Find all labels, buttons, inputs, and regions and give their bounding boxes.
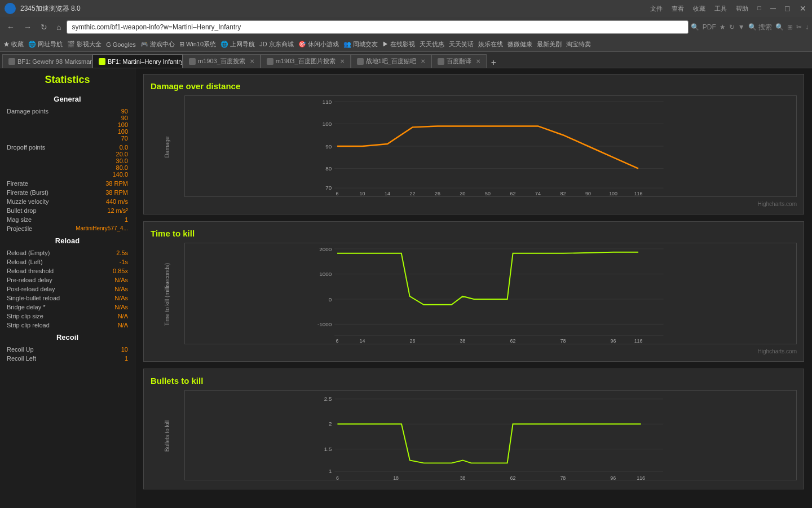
tab-close-translate[interactable]: ✕	[476, 58, 480, 64]
btk-chart-svg: 2.5 2 1.5 1 6 18 38 62 78 96 116	[184, 390, 797, 480]
svg-text:1.5: 1.5	[324, 446, 332, 452]
scissors-icon[interactable]: ✂	[796, 23, 802, 31]
minimize-button[interactable]: ─	[770, 5, 778, 12]
bookmark-beauty[interactable]: 最新美剧	[537, 40, 562, 49]
reload-section-header: Reload	[0, 233, 135, 248]
tab-close-m1903-img[interactable]: ✕	[340, 58, 345, 64]
svg-text:78: 78	[560, 475, 566, 480]
svg-text:80: 80	[325, 166, 332, 172]
pre-reload-label: Pre-reload delay	[7, 277, 114, 283]
stats-title: Statistics	[0, 74, 135, 91]
damage-points-values: 90 90 100 100 70	[118, 108, 128, 142]
tab-bf1-tieba[interactable]: 战地1吧_百度贴吧 ✕	[351, 54, 431, 68]
btk-y-label: Bullets to kill	[164, 421, 170, 452]
dropdown-icon[interactable]: ▼	[738, 23, 745, 31]
tab-m1903-img[interactable]: m1903_百度图片搜索 ✕	[261, 54, 351, 68]
menu-file[interactable]: 文件	[650, 5, 663, 13]
forward-button[interactable]: →	[20, 20, 35, 34]
reload-button[interactable]: ↻	[37, 20, 51, 34]
tab-label-tieba: 战地1吧_百度贴吧	[366, 57, 416, 65]
firerate-burst-row: Firerate (Burst) 38 RPM	[0, 188, 135, 197]
star-icon[interactable]: ★	[720, 23, 726, 31]
svg-text:90: 90	[325, 143, 332, 150]
bookmark-item[interactable]: ★ 收藏	[3, 40, 24, 49]
tab-martini[interactable]: BF1: Martini–Henry Infantry... ✕	[92, 54, 183, 68]
home-button[interactable]: ⌂	[53, 20, 64, 34]
ttk-y-label: Time to kill (milliseconds)	[165, 263, 171, 326]
damage-chart-attribution: Highcharts.com	[151, 201, 797, 207]
tab-m1903-search[interactable]: m1903_百度搜索 ✕	[183, 54, 261, 68]
recoil-left-value: 1	[125, 355, 128, 362]
bookmark-internet[interactable]: 🌐 上网导航	[220, 40, 255, 49]
menu-help[interactable]: 帮助	[736, 5, 748, 13]
bookmark-taobao[interactable]: 淘宝特卖	[566, 40, 591, 49]
search-submit[interactable]: 🔍	[775, 23, 784, 31]
refresh-icon[interactable]: ↻	[729, 23, 735, 31]
bookmark-url-nav[interactable]: 🌐 网址导航	[28, 40, 63, 49]
svg-text:-1000: -1000	[317, 321, 332, 327]
bookmark-jd[interactable]: JD 京东商城	[259, 40, 294, 49]
bookmark-games[interactable]: 🎮 游戏中心	[140, 40, 175, 49]
url-bar[interactable]	[67, 20, 688, 34]
menu-favorites[interactable]: 收藏	[693, 5, 705, 13]
damage-y-label: Damage	[165, 137, 171, 158]
svg-text:100: 100	[323, 121, 332, 127]
ttk-chart-wrapper: Time to kill (milliseconds) 2000 1000 0	[151, 243, 797, 346]
tab-label-m1903-img: m1903_百度图片搜索	[276, 57, 336, 65]
tab-close-m1903[interactable]: ✕	[250, 58, 254, 64]
recoil-up-row: Recoil Up 10	[0, 345, 135, 354]
projectile-value: MartiniHenry577_4...	[76, 225, 128, 232]
bookmark-video2[interactable]: ▶ 在线影视	[382, 40, 415, 49]
single-bullet-label: Single-bullet reload	[7, 295, 114, 301]
bookmark-google[interactable]: G Googles	[106, 41, 136, 48]
tab-close-tieba[interactable]: ✕	[421, 58, 425, 64]
bookmark-ent[interactable]: 娱乐在线	[478, 40, 503, 49]
reload-threshold-row: Reload threshold 0.85x	[0, 266, 135, 275]
tab-translate[interactable]: 百度翻译 ✕	[431, 54, 487, 68]
svg-text:70: 70	[325, 185, 332, 191]
search-icon[interactable]: 🔍	[691, 23, 699, 31]
bookmark-video[interactable]: 🎬 影视大全	[67, 40, 102, 49]
ttk-chart-attribution: Highcharts.com	[151, 348, 797, 354]
tab-gewehr[interactable]: BF1: Gewehr 98 Marksman... ✕	[2, 54, 92, 68]
close-button[interactable]: ✕	[800, 5, 807, 12]
projectile-label: Projectile	[7, 225, 76, 232]
menu-view[interactable]: 查看	[672, 5, 684, 13]
tab-favicon-tieba	[357, 58, 364, 65]
svg-text:6: 6	[336, 338, 339, 344]
bridge-delay-row: Bridge delay * N/As	[0, 303, 135, 312]
browser-logo	[5, 3, 16, 14]
back-button[interactable]: ←	[3, 20, 18, 34]
bookmark-jokes[interactable]: 天天笑话	[449, 40, 474, 49]
firerate-row: Firerate 38 RPM	[0, 179, 135, 188]
bookmark-offers[interactable]: 天天优惠	[420, 40, 444, 49]
bridge-delay-label: Bridge delay *	[7, 304, 114, 310]
ttk-chart-area: 2000 1000 0 -1000 6 14 26 38 62 78 96 11…	[184, 243, 797, 346]
title-bar: 2345加速浏览器 8.0 文件 查看 收藏 工具 帮助 □ ─ □ ✕	[0, 0, 812, 17]
bookmark-games2[interactable]: 🎯 休闲小游戏	[298, 40, 339, 49]
bookmark-social[interactable]: 👥 同城交友	[343, 40, 378, 49]
svg-text:30: 30	[460, 191, 466, 196]
dropoff-label: Dropoff points	[7, 144, 112, 178]
svg-text:1: 1	[329, 468, 332, 474]
menu-tools[interactable]: 工具	[714, 5, 727, 13]
search-bar-icon[interactable]: 🔍 搜索	[748, 23, 772, 32]
maximize-button[interactable]: □	[785, 5, 793, 12]
ttk-chart-svg: 2000 1000 0 -1000 6 14 26 38 62 78 96 11…	[184, 243, 797, 344]
recoil-up-label: Recoil Up	[7, 346, 121, 353]
post-reload-label: Post-reload delay	[7, 286, 114, 292]
bridge-delay-value: N/As	[114, 304, 128, 310]
btk-chart-area: 2.5 2 1.5 1 6 18 38 62 78 96 116	[184, 390, 797, 482]
download-icon[interactable]: ↓	[805, 23, 809, 31]
muzzle-velocity-value: 440 m/s	[106, 198, 128, 205]
bookmark-health[interactable]: 微微健康	[508, 40, 532, 49]
btk-chart-wrapper: Bullets to kill 2.5 2 1.5 1	[151, 390, 797, 482]
grid-icon[interactable]: ⊞	[787, 23, 793, 31]
svg-text:62: 62	[510, 475, 516, 480]
menu-extra[interactable]: □	[757, 5, 761, 13]
bookmark-win10[interactable]: ⊞ Win10系统	[179, 40, 216, 49]
new-tab-button[interactable]: +	[487, 58, 501, 68]
post-reload-delay-row: Post-reload delay N/As	[0, 284, 135, 294]
svg-text:74: 74	[535, 191, 541, 196]
reload-threshold-value: 0.85x	[113, 268, 128, 274]
